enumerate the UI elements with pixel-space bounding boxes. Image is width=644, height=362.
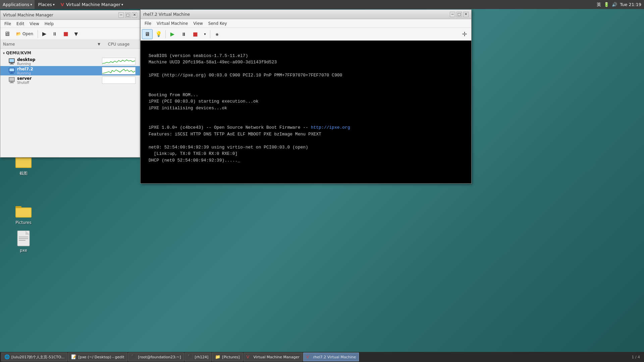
vm-icon-rhel72 [8,67,15,74]
qemu-kvm-group: ▾ QEMU/KVM desktop R [0,49,140,85]
taskbar-rh124[interactable]: ⬛ [rh124] [184,353,211,361]
vmm-toolbar: 🖥 📂 Open ▶ ⏸ ■ ▼ [0,28,140,40]
console-line-3 [149,66,463,72]
svg-rect-21 [9,78,14,81]
taskbar-gedit[interactable]: 📝 [pxe (~/ Desktop) - gedit [68,353,127,361]
rhel-title: rhel7.2 Virtual Machine [143,12,190,17]
svg-rect-6 [15,206,21,208]
cpu-graph-desktop [102,58,136,65]
cpu-graph-rhel72 [102,67,136,74]
applications-label: Applications [3,2,29,7]
taskbar: 🌐 [lulu2017的个人主页-51CTO... 📝 [pxe (~/ Des… [0,352,644,362]
vmm-more-btn[interactable]: ▼ [72,30,80,38]
vm-row-server[interactable]: server Shutoff [0,75,140,85]
desktop-icon-pictures[interactable]: Pictures [10,203,37,225]
taskbar-pictures[interactable]: 📁 [Pictures] [212,353,243,361]
vmm-menu-edit[interactable]: Edit [14,21,27,27]
vmm-minimize-btn[interactable]: ─ [118,12,124,18]
console-line-12: iPXE 1.0.0+ (c4bce43) -- Open Source Net… [149,124,463,131]
lang-indicator[interactable]: 英 [597,2,601,8]
vm-icon-server [8,77,15,83]
rhel-light-btn[interactable]: 💡 [153,29,164,39]
vm-name-server: server [17,76,100,81]
taskbar-vmm[interactable]: V Virtual Machine Manager [244,353,303,361]
vmm-stop-btn[interactable]: ■ [61,29,70,38]
vm-manager-arrow: ▾ [121,3,123,6]
rhel-menubar: File Virtual Machine View Send Key [141,19,471,28]
vm-manager-menu[interactable]: V Virtual Machine Manager ▾ [58,0,126,9]
rh124-taskbar-icon: ⬛ [187,354,193,360]
vm-list-header: Name ▼ CPU usage [0,40,140,49]
name-col-header: Name [3,42,96,47]
vmm-maximize-btn[interactable]: □ [125,12,130,18]
more-icon: ▼ [74,31,78,37]
rhel-menu-sendkey[interactable]: Send Key [206,20,230,26]
vmm-menu-file[interactable]: File [2,21,14,27]
folder-icon-pictures [15,203,32,219]
qemu-kvm-header[interactable]: ▾ QEMU/KVM [0,49,140,57]
vm-info-server: server Shutoff [17,76,100,84]
rhel-minimize-btn[interactable]: ─ [450,12,455,17]
vm-status-desktop: Running [17,62,100,66]
places-label: Places [38,2,52,7]
vmm-titlebar: Virtual Machine Manager ─ □ ✕ [0,10,140,20]
clock: Tue 21:19 [620,2,641,7]
taskbar-browser[interactable]: 🌐 [lulu2017的个人主页-51CTO... [1,353,67,361]
rhel-close-btn[interactable]: ✕ [463,12,469,17]
rhel-menu-vm[interactable]: Virtual Machine [154,20,191,26]
svg-rect-15 [10,64,14,64]
vmm-controls: ─ □ ✕ [118,12,137,18]
rhel-play-btn[interactable]: ▶ [167,29,178,39]
vm-icon-desktop [8,58,15,65]
rhel-play-icon: ▶ [170,31,174,37]
console-line-15: net0: 52:54:00:94:92:39 using virtio-net… [149,144,463,151]
vmm-pause-btn[interactable]: ⏸ [50,30,59,38]
desktop-icon-pxe[interactable]: pxe [10,231,37,253]
taskbar-browser-label: [lulu2017的个人主页-51CTO... [11,355,64,360]
cpu-graph-server [102,76,136,84]
vm-name-rhel72: rhel7.2 [17,67,100,71]
vmm-new-btn[interactable]: 🖥 [2,29,12,38]
desktop: Applications ▾ Places ▾ V Virtual Machin… [0,0,644,362]
ipxe-link: http://ipxe.org [311,125,350,130]
rhel-maximize-btn[interactable]: □ [457,12,462,17]
svg-rect-14 [11,63,13,64]
monitor-icon: 🖥 [145,31,150,37]
svg-rect-22 [11,82,13,82]
taskbar-pictures-label: [Pictures] [222,355,239,359]
vmm-close-btn[interactable]: ✕ [132,12,137,18]
vmm-menu-view[interactable]: View [27,21,42,27]
vm-console[interactable]: SeaBIOS (version seabios-1.7.5-11.el7) M… [141,41,471,183]
vmm-play-btn[interactable]: ▶ [40,29,49,38]
pictures-taskbar-icon: 📁 [215,354,220,360]
rhel-usb-btn[interactable]: ⎈ [212,29,222,39]
console-line-5 [149,79,463,85]
rhel-stop-dropdown[interactable]: ▾ [201,29,209,39]
console-line-9: iPXE initialising devices...ok [149,105,463,112]
rhel-window: rhel7.2 Virtual Machine ─ □ ✕ File Virtu… [140,9,472,184]
vmm-open-btn[interactable]: 📂 Open [14,31,36,37]
rhel-monitor-btn[interactable]: 🖥 [142,29,153,39]
rhel-resize-btn[interactable]: ✛ [459,29,470,39]
vmm-menu-help[interactable]: Help [42,21,56,27]
console-line-16: [Link:up, TX:0 TXE:0 RX:0 RXE:0] [149,150,463,157]
applications-menu[interactable]: Applications ▾ [0,0,35,9]
taskbar-terminal1[interactable]: ⬛ [root@foundation23:~] [128,353,184,361]
console-line-11 [149,118,463,125]
vmm-toolbar-sep1 [38,30,38,38]
svg-rect-10 [19,238,28,239]
rhel-menu-view[interactable]: View [191,20,205,26]
pause-icon: ⏸ [52,31,57,37]
svg-rect-3 [16,159,31,167]
places-menu[interactable]: Places ▾ [35,0,57,9]
vm-row-desktop[interactable]: desktop Running [0,57,140,66]
taskbar-rhel[interactable]: V rhel7.2 Virtual Machine [303,353,359,361]
group-name: QEMU/KVM [6,51,31,55]
rhel-pause-btn[interactable]: ⏸ [178,29,189,39]
rhel-menu-file[interactable]: File [142,20,154,26]
volume-icon[interactable]: 🔊 [612,2,617,7]
vm-row-rhel72[interactable]: rhel7.2 Running [0,66,140,75]
taskbar-rh124-label: [rh124] [195,355,208,359]
vm-cpu-desktop [100,58,137,65]
rhel-stop-btn[interactable]: ■ [190,29,201,39]
